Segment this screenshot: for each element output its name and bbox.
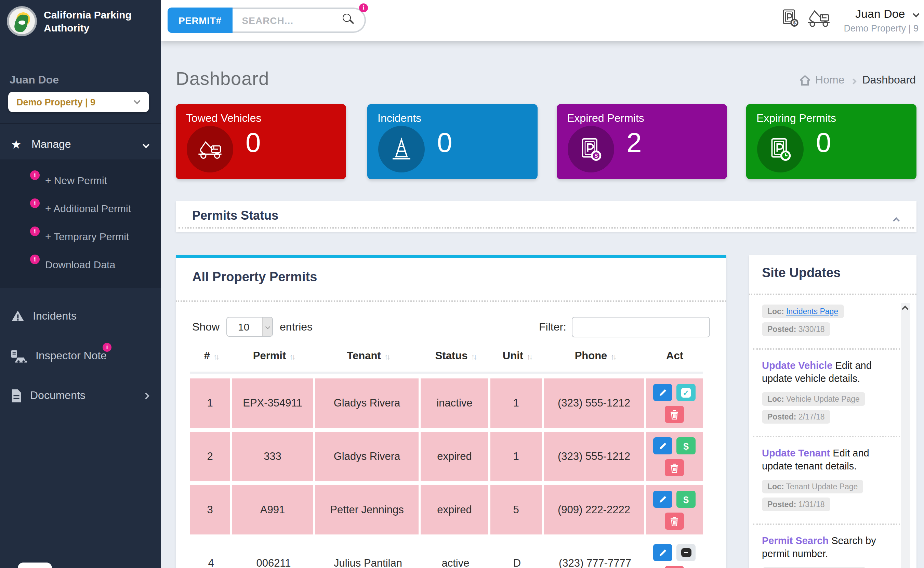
- card-incidents[interactable]: Incidents 0: [367, 104, 538, 179]
- edit-button[interactable]: [653, 384, 672, 401]
- breadcrumb-separator: [851, 74, 855, 86]
- deactivate-button[interactable]: −: [677, 544, 696, 561]
- payment-button[interactable]: $: [677, 437, 696, 455]
- column-header-tenant[interactable]: Tenant↑↓: [315, 350, 421, 362]
- cell-num: 1: [190, 378, 232, 428]
- breadcrumb: Home Dashboard: [799, 74, 916, 86]
- sidebar-item-label: Inspector Note: [36, 350, 107, 362]
- permit-dollar-icon: $: [568, 126, 614, 172]
- info-icon[interactable]: i: [30, 198, 40, 208]
- card-count: 0: [437, 127, 452, 158]
- capa-seal-logo: [7, 6, 37, 36]
- sidebar-item-new-permit[interactable]: i + New Permit: [0, 166, 161, 194]
- card-expiring-permits[interactable]: Expiring Permits 0: [746, 104, 916, 179]
- collapse-caret-icon[interactable]: [894, 213, 899, 226]
- info-icon[interactable]: i: [30, 227, 40, 236]
- info-icon[interactable]: i: [30, 255, 40, 264]
- list-item: Update Tenant Edit and update tenant det…: [749, 437, 900, 524]
- inspector-note-icon: [11, 349, 27, 363]
- page-size-select[interactable]: 10: [226, 317, 273, 337]
- list-item: Permit Search Search by permit number. L…: [749, 525, 900, 568]
- cell-num: 4: [190, 539, 232, 568]
- cell-permit: 333: [232, 432, 315, 481]
- edit-button[interactable]: [653, 437, 672, 455]
- sidebar-item-temporary-permit[interactable]: i + Temprary Permit: [0, 222, 161, 251]
- filter-input[interactable]: [572, 317, 710, 337]
- cell-status: expired: [421, 432, 490, 481]
- card-expired-permits[interactable]: Expired Permits $ 2: [557, 104, 727, 179]
- permit-number-button[interactable]: PERMIT#: [167, 8, 232, 33]
- column-header-num[interactable]: #↑↓: [190, 350, 232, 362]
- update-title: Permit Search: [762, 535, 829, 546]
- delete-button[interactable]: [665, 459, 684, 476]
- minus-icon: −: [681, 548, 691, 557]
- entries-label: entries: [280, 320, 312, 333]
- update-title: Update Tenant: [762, 447, 830, 459]
- submenu-label: + Additional Permit: [45, 202, 131, 214]
- column-header-unit[interactable]: Unit↑↓: [490, 350, 544, 362]
- scroll-up-icon[interactable]: [902, 305, 909, 313]
- cell-unit: D: [490, 539, 544, 568]
- delete-button[interactable]: [665, 566, 684, 568]
- sidebar-item-inspector-note[interactable]: Inspector Note i: [0, 336, 161, 376]
- chevron-right-icon: [143, 392, 149, 399]
- app-root: California Parking Authority Juan Doe De…: [0, 0, 924, 568]
- edit-button[interactable]: [653, 491, 672, 508]
- sidebar-item-documents[interactable]: Documents: [0, 376, 161, 415]
- breadcrumb-home-link[interactable]: Home: [799, 74, 844, 86]
- column-header-permit[interactable]: Permit↑↓: [232, 350, 315, 362]
- cell-permit: EPX-354911: [232, 378, 315, 428]
- card-title: Towed Vehicles: [176, 104, 346, 125]
- payment-button[interactable]: $: [677, 491, 696, 508]
- permit-dollar-icon[interactable]: $: [781, 8, 799, 27]
- sidebar-item-additional-permit[interactable]: i + Additional Permit: [0, 194, 161, 222]
- column-header-phone[interactable]: Phone↑↓: [544, 350, 646, 362]
- list-item: Update Vehicle Edit and update vehicle d…: [749, 350, 900, 436]
- topbar-right: $ Juan Doe Demo Prope: [781, 0, 918, 41]
- info-icon[interactable]: i: [359, 3, 368, 12]
- posted-pill: Posted: 1/31/18: [762, 497, 830, 511]
- sidebar-item-download-data[interactable]: i Download Data: [0, 251, 161, 278]
- user-property: Demo Property | 9: [844, 23, 918, 33]
- tow-truck-icon: [187, 126, 233, 172]
- column-header-status[interactable]: Status↑↓: [421, 350, 490, 362]
- property-select[interactable]: Demo Property | 9: [8, 92, 149, 112]
- warning-triangle-icon: [11, 310, 25, 322]
- submenu-label: + Temprary Permit: [45, 231, 129, 242]
- cell-phone: (323) 777-7777: [544, 539, 646, 568]
- show-label: Show: [192, 320, 220, 333]
- sidebar-divider: [0, 123, 161, 124]
- sidebar-collapse-handle[interactable]: [18, 562, 52, 568]
- approve-button[interactable]: ✓: [677, 384, 696, 401]
- delete-button[interactable]: [665, 406, 684, 423]
- permit-clock-icon: [757, 126, 803, 172]
- edit-button[interactable]: [653, 544, 672, 561]
- user-menu[interactable]: Juan Doe Demo Property | 9: [844, 8, 918, 33]
- traffic-cone-icon: [378, 126, 425, 172]
- cell-actions: ✓: [646, 378, 703, 428]
- incidents-page-link[interactable]: Incidents Page: [786, 307, 838, 316]
- property-permits-panel: All Property Permits Show 10 entries Fil…: [176, 255, 727, 568]
- info-icon[interactable]: i: [30, 171, 40, 180]
- delete-button[interactable]: [665, 512, 684, 530]
- sort-icon: ↑↓: [610, 352, 615, 361]
- svg-text:$: $: [793, 21, 796, 26]
- table-row: 3 A991 Petter Jennings expired 5 (909) 2…: [190, 485, 703, 535]
- search-icon[interactable]: [343, 14, 355, 26]
- brand: California Parking Authority: [0, 0, 161, 42]
- site-updates-list: Loc: Incidents PagePosted: 3/30/18 Updat…: [749, 295, 900, 568]
- sidebar-item-manage[interactable]: ★ Manage: [0, 129, 161, 159]
- cell-tenant: Gladys Rivera: [315, 432, 421, 481]
- sidebar-item-incidents[interactable]: Incidents: [0, 296, 161, 336]
- tow-truck-icon[interactable]: [805, 8, 831, 27]
- cell-unit: 5: [490, 485, 544, 535]
- info-icon[interactable]: i: [102, 343, 112, 352]
- cell-actions: $: [646, 485, 703, 535]
- filter-label: Filter:: [539, 321, 566, 333]
- scrollbar[interactable]: [901, 303, 910, 568]
- card-towed-vehicles[interactable]: Towed Vehicles 0: [176, 104, 346, 179]
- list-item: Loc: Incidents PagePosted: 3/30/18: [749, 295, 900, 348]
- cell-unit: 1: [490, 432, 544, 481]
- cell-num: 3: [190, 485, 232, 535]
- sort-icon: ↑↓: [471, 352, 476, 361]
